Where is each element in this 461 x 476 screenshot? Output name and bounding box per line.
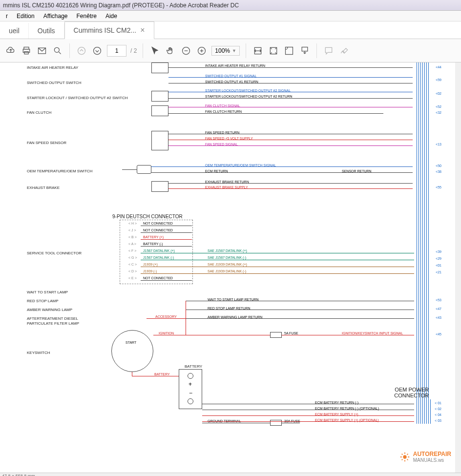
zoom-in-icon[interactable]	[196, 45, 208, 57]
window-title: mmins ISL CM2150 4021626 Wiring Diagram.…	[3, 2, 239, 9]
label-oemtemp: OEM TEMPERATURE/OEM SWITCH	[27, 169, 92, 173]
menu-edition[interactable]: Edition	[13, 12, 39, 21]
mail-icon[interactable]	[36, 45, 48, 57]
label-service: SERVICE TOOL CONNECTOR	[27, 251, 82, 255]
svg-rect-0	[24, 47, 29, 49]
page-total: / 2	[130, 47, 137, 54]
pointer-icon[interactable]	[149, 45, 161, 57]
svg-rect-11	[285, 47, 293, 54]
tab-home[interactable]: ueil	[0, 23, 29, 39]
menu-aide[interactable]: Aide	[102, 12, 121, 21]
label-deutsch: 9-PIN DEUTSCH CONNECTOR	[112, 214, 183, 219]
close-icon[interactable]: ×	[140, 26, 145, 35]
label-exhaust: EXHAUST BRAKE	[27, 186, 60, 190]
page-down-icon[interactable]	[91, 45, 103, 57]
cloud-icon[interactable]	[5, 45, 17, 57]
svg-point-6	[94, 47, 101, 54]
tabbar: ueil Outils Cummins ISL CM2... ×	[0, 21, 461, 39]
svg-point-4	[54, 47, 59, 52]
sign-icon[interactable]	[338, 45, 350, 57]
label-fanspeed: FAN SPEED SENSOR	[27, 141, 66, 145]
label-starter: STARTER LOCKOUT / SWITCHED OUTPUT #2 SWI…	[27, 96, 128, 100]
label-intake: INTAKE AIR HEATER RELAY	[27, 65, 78, 70]
wiring-diagram: INTAKE AIR HEATER RELAY INTAKE AIR HEATE…	[0, 62, 455, 473]
hand-icon[interactable]	[165, 45, 176, 57]
label-fanclutch: FAN CLUTCH	[27, 110, 51, 115]
label-switched: SWITCHED OUTPUT SWITCH	[27, 81, 81, 85]
page-input[interactable]	[107, 45, 126, 57]
menubar: r Edition Affichage Fenêtre Aide	[0, 11, 461, 21]
menu-fichier[interactable]: r	[2, 12, 12, 21]
search-icon[interactable]	[52, 45, 63, 57]
menu-affichage[interactable]: Affichage	[40, 12, 72, 21]
svg-rect-12	[302, 47, 308, 51]
svg-point-13	[403, 455, 406, 458]
toolbar: / 2 100%▼	[0, 39, 461, 62]
zoom-select[interactable]: 100%▼	[211, 46, 240, 56]
menu-fenetre[interactable]: Fenêtre	[73, 12, 101, 21]
tab-tools[interactable]: Outils	[29, 23, 64, 39]
fit-width-icon[interactable]	[252, 45, 264, 57]
document-viewport[interactable]: INTAKE AIR HEATER RELAY INTAKE AIR HEATE…	[0, 62, 461, 473]
status-coords: 47.8 × 558.8 mm	[2, 474, 35, 476]
titlebar: mmins ISL CM2150 4021626 Wiring Diagram.…	[0, 0, 461, 11]
svg-point-5	[78, 47, 85, 54]
watermark: AUTOREPAIRMANUALS.ws	[399, 451, 451, 463]
fullscreen-icon[interactable]	[283, 45, 295, 57]
chevron-down-icon: ▼	[232, 48, 236, 53]
read-mode-icon[interactable]	[299, 45, 311, 57]
statusbar: 47.8 × 558.8 mm	[0, 473, 461, 476]
print-icon[interactable]	[21, 45, 32, 57]
svg-rect-2	[24, 51, 28, 54]
fit-page-icon[interactable]	[268, 45, 279, 57]
tab-document[interactable]: Cummins ISL CM2... ×	[64, 21, 154, 39]
comment-icon[interactable]	[323, 45, 335, 57]
zoom-out-icon[interactable]	[180, 45, 192, 57]
tab-document-label: Cummins ISL CM2...	[74, 26, 137, 34]
gear-icon	[399, 452, 410, 462]
page-up-icon[interactable]	[76, 45, 87, 57]
